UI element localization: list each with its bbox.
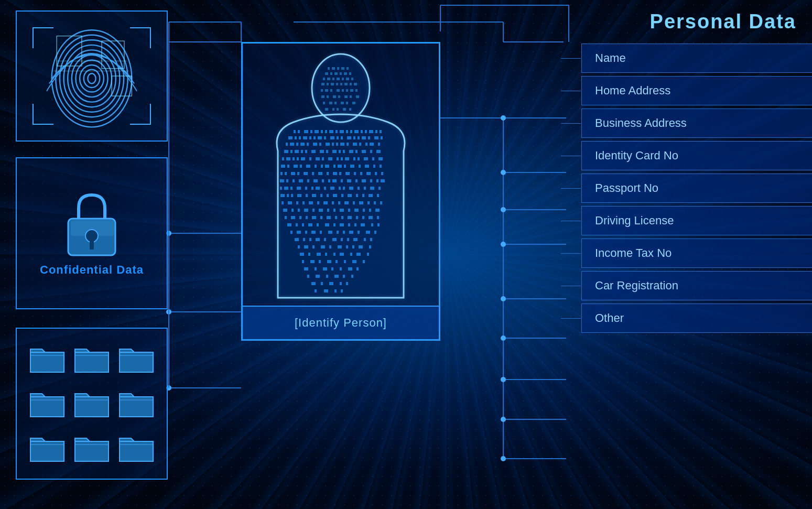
svg-rect-170 xyxy=(280,172,283,175)
svg-rect-348 xyxy=(326,275,328,278)
svg-rect-387 xyxy=(321,89,323,92)
folder-icon-3 xyxy=(117,339,156,378)
svg-rect-273 xyxy=(362,216,364,219)
svg-rect-231 xyxy=(369,194,373,197)
svg-rect-262 xyxy=(285,216,287,219)
svg-rect-345 xyxy=(356,267,359,270)
svg-rect-159 xyxy=(315,165,317,168)
svg-rect-274 xyxy=(369,216,373,219)
svg-rect-358 xyxy=(324,289,328,293)
svg-rect-101 xyxy=(368,136,370,139)
svg-rect-290 xyxy=(297,231,301,234)
svg-rect-275 xyxy=(377,216,379,219)
svg-rect-252 xyxy=(312,209,315,212)
svg-rect-90 xyxy=(309,136,311,139)
svg-rect-117 xyxy=(359,143,361,146)
svg-rect-232 xyxy=(377,194,379,197)
svg-rect-187 xyxy=(286,179,288,182)
svg-rect-379 xyxy=(321,83,324,85)
svg-rect-238 xyxy=(317,201,319,204)
svg-rect-176 xyxy=(318,172,322,175)
lock-panel: Confidential Data xyxy=(16,157,168,309)
svg-rect-330 xyxy=(367,253,369,256)
svg-rect-123 xyxy=(295,150,299,153)
svg-rect-201 xyxy=(381,179,385,182)
svg-rect-148 xyxy=(345,157,349,160)
svg-rect-397 xyxy=(333,95,336,98)
svg-rect-325 xyxy=(325,253,327,256)
svg-rect-340 xyxy=(315,267,317,270)
svg-rect-83 xyxy=(369,130,373,133)
svg-rect-163 xyxy=(338,165,342,168)
svg-rect-173 xyxy=(297,172,299,175)
svg-rect-235 xyxy=(296,201,298,204)
svg-rect-121 xyxy=(284,150,288,153)
svg-rect-331 xyxy=(302,260,304,263)
svg-rect-84 xyxy=(375,130,377,133)
person-silhouette xyxy=(252,46,430,303)
svg-rect-188 xyxy=(293,179,295,182)
svg-rect-133 xyxy=(355,150,358,153)
svg-rect-359 xyxy=(334,289,337,293)
svg-rect-119 xyxy=(370,143,374,146)
svg-point-24 xyxy=(501,207,506,212)
svg-rect-321 xyxy=(369,245,371,248)
svg-rect-286 xyxy=(361,223,365,226)
svg-rect-368 xyxy=(334,72,338,75)
svg-rect-285 xyxy=(354,223,356,226)
svg-rect-304 xyxy=(316,238,320,241)
svg-rect-251 xyxy=(304,209,308,212)
svg-rect-394 xyxy=(355,89,358,92)
svg-rect-280 xyxy=(317,223,319,226)
svg-rect-372 xyxy=(323,78,325,80)
svg-rect-373 xyxy=(327,78,330,80)
svg-rect-323 xyxy=(308,253,310,256)
svg-rect-410 xyxy=(337,108,339,111)
svg-rect-146 xyxy=(337,157,339,160)
svg-rect-154 xyxy=(281,165,285,168)
main-content: Confidential Data xyxy=(0,0,812,509)
svg-rect-215 xyxy=(364,187,366,190)
svg-rect-405 xyxy=(341,102,344,104)
svg-rect-364 xyxy=(341,67,344,70)
svg-rect-318 xyxy=(346,245,348,248)
svg-rect-161 xyxy=(325,165,329,168)
svg-rect-212 xyxy=(343,187,345,190)
svg-point-38 xyxy=(84,70,100,88)
svg-rect-315 xyxy=(321,245,325,248)
svg-rect-160 xyxy=(321,165,323,168)
svg-rect-289 xyxy=(290,231,293,234)
svg-rect-398 xyxy=(338,95,340,98)
svg-rect-198 xyxy=(362,179,366,182)
svg-rect-221 xyxy=(297,194,301,197)
svg-rect-167 xyxy=(365,165,369,168)
svg-rect-354 xyxy=(329,282,333,285)
svg-rect-100 xyxy=(362,136,366,139)
svg-rect-401 xyxy=(356,95,359,98)
svg-rect-210 xyxy=(330,187,334,190)
svg-rect-122 xyxy=(290,150,293,153)
svg-rect-245 xyxy=(367,201,370,204)
svg-point-39 xyxy=(80,65,104,92)
fp-corner-tr xyxy=(130,27,151,48)
svg-rect-74 xyxy=(325,130,327,133)
svg-rect-155 xyxy=(287,165,289,168)
svg-rect-241 xyxy=(338,201,340,204)
svg-rect-177 xyxy=(327,172,329,175)
svg-rect-72 xyxy=(315,130,319,133)
svg-rect-293 xyxy=(320,231,322,234)
svg-rect-145 xyxy=(328,157,332,160)
data-items-list: Name Home Address Business Address Ident… xyxy=(560,44,812,333)
person-area xyxy=(243,44,439,306)
svg-rect-380 xyxy=(327,83,329,85)
svg-rect-131 xyxy=(343,150,345,153)
svg-rect-135 xyxy=(370,150,372,153)
svg-rect-164 xyxy=(344,165,346,168)
svg-rect-314 xyxy=(312,245,315,248)
data-item-business-address: Business Address xyxy=(581,109,812,138)
svg-rect-367 xyxy=(330,72,332,75)
svg-rect-128 xyxy=(326,150,328,153)
folder-icon-7 xyxy=(27,429,67,468)
svg-rect-297 xyxy=(349,231,353,234)
svg-rect-80 xyxy=(354,130,359,133)
